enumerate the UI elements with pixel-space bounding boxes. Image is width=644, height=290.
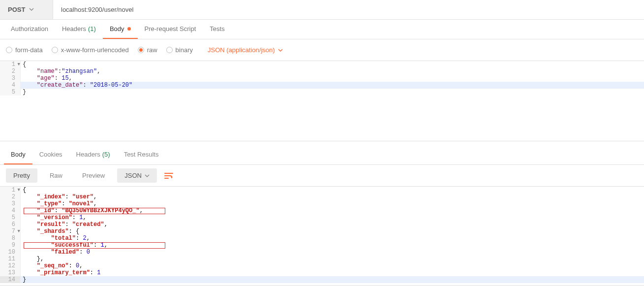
chevron-down-icon bbox=[29, 6, 34, 13]
resp-tab-tests[interactable]: Test Results bbox=[117, 145, 166, 164]
http-method-label: POST bbox=[8, 6, 25, 13]
request-tabs: Authorization Headers (1) Body Pre-reque… bbox=[0, 20, 644, 39]
radio-raw[interactable]: raw bbox=[138, 46, 157, 54]
radio-urlencoded[interactable]: x-www-form-urlencoded bbox=[52, 46, 129, 54]
response-body-editor[interactable]: 1▼{ 2 "_index": "user", 3 "_type": "nove… bbox=[0, 187, 644, 286]
unsaved-dot-icon bbox=[127, 27, 131, 31]
resp-tab-body[interactable]: Body bbox=[4, 145, 32, 164]
tab-authorization[interactable]: Authorization bbox=[4, 20, 55, 39]
request-body-editor[interactable]: 1▼{ 2 "name":"zhangsan", 3 "age": 15, 4 … bbox=[0, 61, 644, 141]
chevron-down-icon bbox=[145, 173, 150, 178]
radio-binary[interactable]: binary bbox=[166, 46, 193, 54]
tab-body[interactable]: Body bbox=[103, 20, 138, 39]
tab-headers[interactable]: Headers (1) bbox=[55, 20, 103, 39]
view-raw-button[interactable]: Raw bbox=[42, 168, 70, 183]
view-pretty-button[interactable]: Pretty bbox=[6, 168, 37, 183]
response-format-select[interactable]: JSON bbox=[117, 168, 157, 183]
wrap-icon bbox=[164, 172, 173, 179]
response-tabs: Body Cookies Headers(5) Test Results bbox=[0, 145, 644, 165]
content-type-select[interactable]: JSON (application/json) bbox=[208, 46, 283, 54]
chevron-down-icon bbox=[278, 48, 283, 53]
view-preview-button[interactable]: Preview bbox=[75, 168, 112, 183]
request-url-input[interactable] bbox=[53, 0, 644, 19]
radio-form-data[interactable]: form-data bbox=[6, 46, 43, 54]
http-method-select[interactable]: POST bbox=[0, 0, 53, 19]
resp-tab-cookies[interactable]: Cookies bbox=[32, 145, 69, 164]
tab-tests[interactable]: Tests bbox=[203, 20, 231, 39]
body-type-row: form-data x-www-form-urlencoded raw bina… bbox=[0, 39, 644, 61]
wrap-lines-button[interactable] bbox=[162, 169, 176, 183]
resp-tab-headers[interactable]: Headers(5) bbox=[69, 145, 117, 164]
tab-prerequest[interactable]: Pre-request Script bbox=[138, 20, 203, 39]
response-view-bar: Pretty Raw Preview JSON bbox=[0, 165, 644, 187]
